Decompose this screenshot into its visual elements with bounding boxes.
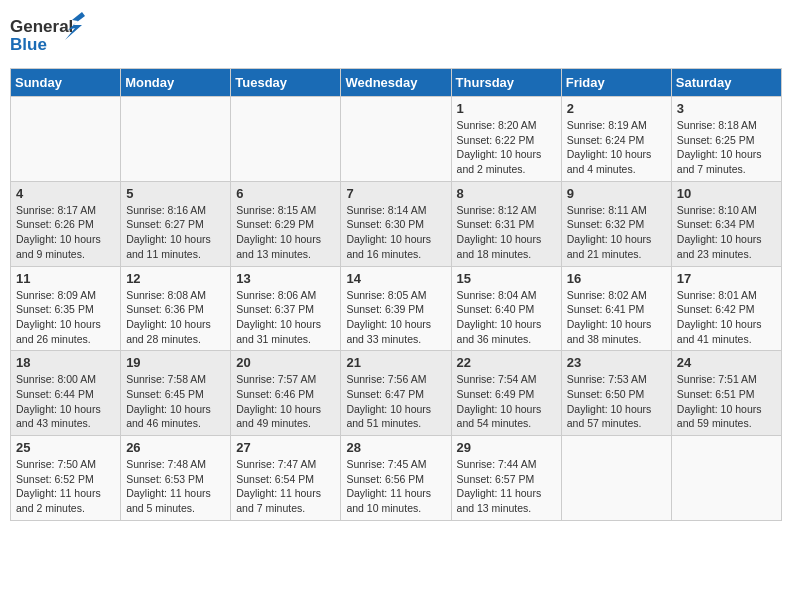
calendar-cell <box>671 436 781 521</box>
calendar-cell: 25Sunrise: 7:50 AMSunset: 6:52 PMDayligh… <box>11 436 121 521</box>
cell-date: 29 <box>457 440 556 455</box>
calendar-cell: 29Sunrise: 7:44 AMSunset: 6:57 PMDayligh… <box>451 436 561 521</box>
cell-date: 8 <box>457 186 556 201</box>
calendar-cell <box>11 97 121 182</box>
cell-info: Sunrise: 8:18 AMSunset: 6:25 PMDaylight:… <box>677 118 776 177</box>
logo-svg: GeneralBlue <box>10 10 110 60</box>
calendar-cell: 3Sunrise: 8:18 AMSunset: 6:25 PMDaylight… <box>671 97 781 182</box>
calendar-cell: 12Sunrise: 8:08 AMSunset: 6:36 PMDayligh… <box>121 266 231 351</box>
calendar-cell: 7Sunrise: 8:14 AMSunset: 6:30 PMDaylight… <box>341 181 451 266</box>
week-row-1: 1Sunrise: 8:20 AMSunset: 6:22 PMDaylight… <box>11 97 782 182</box>
cell-date: 18 <box>16 355 115 370</box>
cell-info: Sunrise: 8:10 AMSunset: 6:34 PMDaylight:… <box>677 203 776 262</box>
cell-date: 2 <box>567 101 666 116</box>
cell-info: Sunrise: 7:50 AMSunset: 6:52 PMDaylight:… <box>16 457 115 516</box>
calendar-cell <box>341 97 451 182</box>
week-row-5: 25Sunrise: 7:50 AMSunset: 6:52 PMDayligh… <box>11 436 782 521</box>
cell-date: 4 <box>16 186 115 201</box>
day-header-sunday: Sunday <box>11 69 121 97</box>
cell-info: Sunrise: 7:58 AMSunset: 6:45 PMDaylight:… <box>126 372 225 431</box>
calendar-cell: 18Sunrise: 8:00 AMSunset: 6:44 PMDayligh… <box>11 351 121 436</box>
calendar-cell <box>121 97 231 182</box>
cell-date: 5 <box>126 186 225 201</box>
cell-info: Sunrise: 8:15 AMSunset: 6:29 PMDaylight:… <box>236 203 335 262</box>
calendar-cell: 19Sunrise: 7:58 AMSunset: 6:45 PMDayligh… <box>121 351 231 436</box>
cell-info: Sunrise: 8:00 AMSunset: 6:44 PMDaylight:… <box>16 372 115 431</box>
calendar-cell <box>231 97 341 182</box>
day-header-saturday: Saturday <box>671 69 781 97</box>
calendar-cell: 21Sunrise: 7:56 AMSunset: 6:47 PMDayligh… <box>341 351 451 436</box>
cell-date: 10 <box>677 186 776 201</box>
calendar-cell: 5Sunrise: 8:16 AMSunset: 6:27 PMDaylight… <box>121 181 231 266</box>
cell-info: Sunrise: 8:14 AMSunset: 6:30 PMDaylight:… <box>346 203 445 262</box>
cell-date: 25 <box>16 440 115 455</box>
cell-info: Sunrise: 8:04 AMSunset: 6:40 PMDaylight:… <box>457 288 556 347</box>
calendar-cell: 26Sunrise: 7:48 AMSunset: 6:53 PMDayligh… <box>121 436 231 521</box>
header-row: SundayMondayTuesdayWednesdayThursdayFrid… <box>11 69 782 97</box>
calendar-table: SundayMondayTuesdayWednesdayThursdayFrid… <box>10 68 782 521</box>
cell-date: 17 <box>677 271 776 286</box>
calendar-cell: 2Sunrise: 8:19 AMSunset: 6:24 PMDaylight… <box>561 97 671 182</box>
calendar-cell <box>561 436 671 521</box>
cell-info: Sunrise: 8:17 AMSunset: 6:26 PMDaylight:… <box>16 203 115 262</box>
cell-info: Sunrise: 8:01 AMSunset: 6:42 PMDaylight:… <box>677 288 776 347</box>
calendar-cell: 23Sunrise: 7:53 AMSunset: 6:50 PMDayligh… <box>561 351 671 436</box>
day-header-thursday: Thursday <box>451 69 561 97</box>
calendar-cell: 16Sunrise: 8:02 AMSunset: 6:41 PMDayligh… <box>561 266 671 351</box>
svg-text:General: General <box>10 17 73 36</box>
header: GeneralBlue <box>10 10 782 60</box>
cell-date: 12 <box>126 271 225 286</box>
cell-date: 6 <box>236 186 335 201</box>
cell-date: 1 <box>457 101 556 116</box>
cell-date: 13 <box>236 271 335 286</box>
cell-info: Sunrise: 7:45 AMSunset: 6:56 PMDaylight:… <box>346 457 445 516</box>
week-row-2: 4Sunrise: 8:17 AMSunset: 6:26 PMDaylight… <box>11 181 782 266</box>
cell-info: Sunrise: 8:20 AMSunset: 6:22 PMDaylight:… <box>457 118 556 177</box>
cell-date: 20 <box>236 355 335 370</box>
calendar-cell: 11Sunrise: 8:09 AMSunset: 6:35 PMDayligh… <box>11 266 121 351</box>
cell-info: Sunrise: 8:19 AMSunset: 6:24 PMDaylight:… <box>567 118 666 177</box>
calendar-cell: 14Sunrise: 8:05 AMSunset: 6:39 PMDayligh… <box>341 266 451 351</box>
cell-date: 26 <box>126 440 225 455</box>
calendar-cell: 28Sunrise: 7:45 AMSunset: 6:56 PMDayligh… <box>341 436 451 521</box>
calendar-cell: 13Sunrise: 8:06 AMSunset: 6:37 PMDayligh… <box>231 266 341 351</box>
cell-info: Sunrise: 8:08 AMSunset: 6:36 PMDaylight:… <box>126 288 225 347</box>
cell-info: Sunrise: 7:53 AMSunset: 6:50 PMDaylight:… <box>567 372 666 431</box>
week-row-3: 11Sunrise: 8:09 AMSunset: 6:35 PMDayligh… <box>11 266 782 351</box>
cell-info: Sunrise: 7:48 AMSunset: 6:53 PMDaylight:… <box>126 457 225 516</box>
cell-info: Sunrise: 8:09 AMSunset: 6:35 PMDaylight:… <box>16 288 115 347</box>
svg-text:Blue: Blue <box>10 35 47 54</box>
cell-info: Sunrise: 8:02 AMSunset: 6:41 PMDaylight:… <box>567 288 666 347</box>
calendar-cell: 22Sunrise: 7:54 AMSunset: 6:49 PMDayligh… <box>451 351 561 436</box>
cell-date: 19 <box>126 355 225 370</box>
cell-date: 22 <box>457 355 556 370</box>
cell-info: Sunrise: 8:06 AMSunset: 6:37 PMDaylight:… <box>236 288 335 347</box>
logo: GeneralBlue <box>10 10 110 60</box>
cell-date: 16 <box>567 271 666 286</box>
cell-info: Sunrise: 7:44 AMSunset: 6:57 PMDaylight:… <box>457 457 556 516</box>
calendar-cell: 4Sunrise: 8:17 AMSunset: 6:26 PMDaylight… <box>11 181 121 266</box>
calendar-cell: 8Sunrise: 8:12 AMSunset: 6:31 PMDaylight… <box>451 181 561 266</box>
cell-info: Sunrise: 7:47 AMSunset: 6:54 PMDaylight:… <box>236 457 335 516</box>
day-header-tuesday: Tuesday <box>231 69 341 97</box>
cell-date: 28 <box>346 440 445 455</box>
calendar-cell: 10Sunrise: 8:10 AMSunset: 6:34 PMDayligh… <box>671 181 781 266</box>
calendar-cell: 20Sunrise: 7:57 AMSunset: 6:46 PMDayligh… <box>231 351 341 436</box>
cell-date: 23 <box>567 355 666 370</box>
cell-info: Sunrise: 7:56 AMSunset: 6:47 PMDaylight:… <box>346 372 445 431</box>
cell-info: Sunrise: 7:57 AMSunset: 6:46 PMDaylight:… <box>236 372 335 431</box>
calendar-cell: 6Sunrise: 8:15 AMSunset: 6:29 PMDaylight… <box>231 181 341 266</box>
cell-info: Sunrise: 7:54 AMSunset: 6:49 PMDaylight:… <box>457 372 556 431</box>
day-header-friday: Friday <box>561 69 671 97</box>
cell-date: 11 <box>16 271 115 286</box>
calendar-cell: 1Sunrise: 8:20 AMSunset: 6:22 PMDaylight… <box>451 97 561 182</box>
day-header-wednesday: Wednesday <box>341 69 451 97</box>
cell-date: 9 <box>567 186 666 201</box>
cell-date: 21 <box>346 355 445 370</box>
cell-info: Sunrise: 7:51 AMSunset: 6:51 PMDaylight:… <box>677 372 776 431</box>
cell-date: 24 <box>677 355 776 370</box>
cell-date: 15 <box>457 271 556 286</box>
calendar-cell: 15Sunrise: 8:04 AMSunset: 6:40 PMDayligh… <box>451 266 561 351</box>
cell-info: Sunrise: 8:16 AMSunset: 6:27 PMDaylight:… <box>126 203 225 262</box>
calendar-cell: 27Sunrise: 7:47 AMSunset: 6:54 PMDayligh… <box>231 436 341 521</box>
